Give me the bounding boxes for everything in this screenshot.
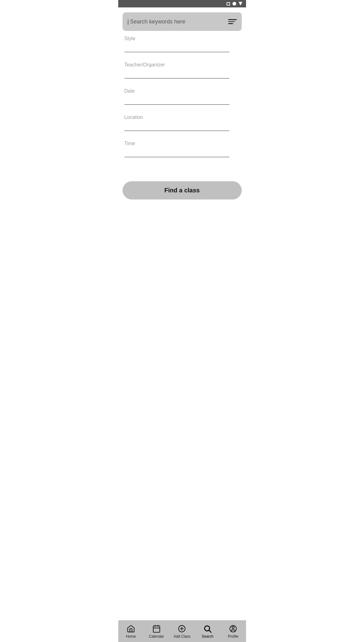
style-label: Style <box>124 36 240 41</box>
filter-icon[interactable] <box>228 19 237 24</box>
filter-line-2 <box>228 21 235 22</box>
teacher-input[interactable] <box>124 70 229 78</box>
date-label: Date <box>124 88 240 94</box>
location-label: Location <box>124 115 240 120</box>
text-cursor: | <box>128 19 129 25</box>
filter-line-3 <box>228 23 233 24</box>
teacher-field-group: Teacher/Organizer <box>124 62 240 78</box>
find-class-button[interactable]: Find a class <box>123 181 242 199</box>
location-field-group: Location <box>124 115 240 131</box>
time-input[interactable] <box>124 149 229 157</box>
screen: | Search keywords here Style Teacher/Org… <box>118 7 246 227</box>
status-icon-square <box>227 2 230 6</box>
status-bar <box>118 0 246 7</box>
style-field-group: Style <box>124 36 240 52</box>
time-label: Time <box>124 141 240 146</box>
search-placeholder: Search keywords here <box>130 19 185 25</box>
date-input[interactable] <box>124 96 229 105</box>
status-icon-circle <box>232 2 236 6</box>
status-icon-signal <box>239 2 242 6</box>
form-section: Style Teacher/Organizer Date Location Ti… <box>118 36 246 170</box>
style-input[interactable] <box>124 44 229 52</box>
filter-line-1 <box>228 19 237 20</box>
search-bar-container: | Search keywords here <box>123 12 242 31</box>
search-input-area[interactable]: | Search keywords here <box>128 19 228 25</box>
location-input[interactable] <box>124 123 229 131</box>
date-field-group: Date <box>124 88 240 105</box>
teacher-label: Teacher/Organizer <box>124 62 240 68</box>
time-field-group: Time <box>124 141 240 157</box>
